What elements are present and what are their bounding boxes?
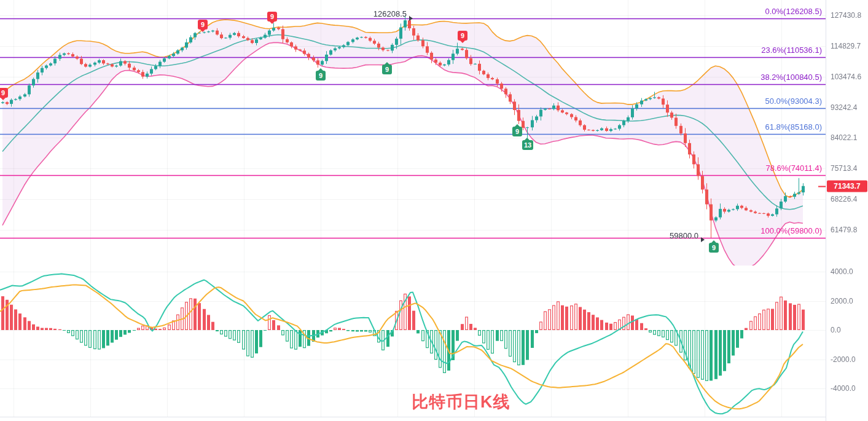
chart-canvas[interactable]	[0, 0, 868, 421]
chart-title-watermark: 比特币日K线	[412, 391, 510, 413]
kline-chart: 127430.8114829.7103474.693242.484022.175…	[0, 0, 868, 421]
last-price-badge: 71343.7	[827, 180, 867, 192]
